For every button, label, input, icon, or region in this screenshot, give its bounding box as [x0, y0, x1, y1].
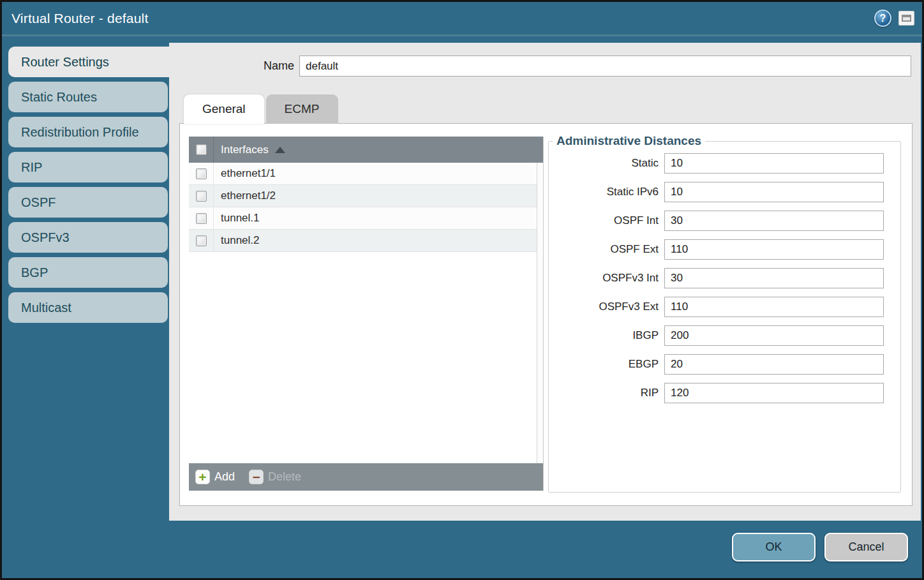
interfaces-column-header[interactable]: Interfaces — [221, 144, 269, 156]
add-plus-icon: + — [195, 470, 210, 484]
ospfv3-ext-label: OSPFv3 Ext — [549, 301, 659, 313]
interface-name: tunnel.2 — [221, 234, 260, 247]
row-checkbox-cell — [189, 185, 214, 207]
admin-field-row: EBGP — [549, 354, 900, 375]
delete-minus-icon: − — [249, 470, 264, 484]
ebgp-label: EBGP — [549, 358, 659, 371]
admin-field-row: IBGP — [549, 325, 900, 346]
row-checkbox-cell — [189, 230, 214, 251]
table-row[interactable]: tunnel.2 — [189, 230, 543, 252]
sidebar-item-multicast[interactable]: Multicast — [8, 292, 168, 323]
titlebar-divider — [2, 34, 922, 36]
admin-field-row: Static IPv6 — [549, 182, 900, 202]
ibgp-label: IBGP — [549, 329, 659, 342]
static-input[interactable] — [664, 153, 884, 174]
ospf-int-label: OSPF Int — [549, 214, 659, 227]
maximize-icon[interactable] — [898, 11, 914, 26]
table-scrollbar[interactable] — [537, 163, 543, 463]
sort-ascending-icon — [275, 147, 285, 153]
static-ipv6-input[interactable] — [664, 182, 884, 202]
ospfv3-ext-input[interactable] — [664, 297, 884, 317]
select-all-cell — [189, 137, 214, 163]
ebgp-input[interactable] — [664, 354, 884, 375]
delete-button[interactable]: − Delete — [249, 470, 301, 484]
ospfv3-int-label: OSPFv3 Int — [549, 272, 659, 285]
interfaces-table-header: Interfaces — [189, 137, 543, 163]
admin-field-row: OSPFv3 Ext — [549, 297, 900, 317]
titlebar: Virtual Router - default ? — [2, 2, 922, 34]
name-input[interactable] — [299, 56, 911, 77]
table-row[interactable]: ethernet1/1 — [189, 163, 543, 185]
select-all-checkbox[interactable] — [196, 144, 207, 155]
tab-general[interactable]: General — [184, 94, 264, 124]
sidebar: Router Settings Static Routes Redistribu… — [8, 47, 175, 327]
row-checkbox-cell — [189, 163, 214, 184]
sidebar-item-rip[interactable]: RIP — [8, 152, 168, 182]
titlebar-icons: ? — [874, 10, 914, 27]
sidebar-item-ospf[interactable]: OSPF — [8, 187, 168, 218]
ospf-int-input[interactable] — [664, 211, 884, 231]
rip-label: RIP — [549, 387, 659, 399]
content-panel: Name General ECMP Interfaces — [169, 43, 921, 521]
sidebar-item-redistribution-profile[interactable]: Redistribution Profile — [8, 117, 168, 147]
static-label: Static — [549, 157, 659, 170]
row-checkbox[interactable] — [196, 235, 207, 246]
ospf-ext-label: OSPF Ext — [549, 243, 659, 256]
row-checkbox[interactable] — [196, 213, 207, 224]
general-tab-panel: Interfaces ethernet1/1 ethernet — [179, 123, 913, 506]
interfaces-table: Interfaces ethernet1/1 ethernet — [189, 137, 544, 491]
admin-field-row: OSPF Ext — [549, 239, 900, 260]
interface-name: ethernet1/2 — [221, 190, 276, 202]
sidebar-item-router-settings[interactable]: Router Settings — [8, 47, 175, 77]
virtual-router-dialog: Virtual Router - default ? Router Settin… — [0, 0, 924, 580]
dialog-buttons: OK Cancel — [732, 533, 908, 561]
table-row[interactable]: tunnel.1 — [189, 207, 543, 230]
delete-button-label: Delete — [268, 470, 301, 484]
dialog-title: Virtual Router - default — [11, 11, 149, 26]
ospf-ext-input[interactable] — [664, 239, 884, 260]
name-label: Name — [169, 59, 294, 73]
admin-field-row: OSPFv3 Int — [549, 268, 900, 288]
cancel-button[interactable]: Cancel — [824, 533, 908, 561]
table-row[interactable]: ethernet1/2 — [189, 185, 543, 207]
ibgp-input[interactable] — [664, 325, 884, 346]
ospfv3-int-input[interactable] — [664, 268, 884, 288]
admin-field-row: OSPF Int — [549, 211, 900, 231]
add-button-label: Add — [214, 470, 235, 484]
ok-button[interactable]: OK — [732, 533, 816, 561]
interface-name: tunnel.1 — [221, 212, 260, 225]
sidebar-item-ospfv3[interactable]: OSPFv3 — [8, 222, 168, 253]
rip-input[interactable] — [664, 383, 884, 403]
row-checkbox-cell — [189, 207, 214, 229]
tab-strip: General ECMP — [184, 94, 338, 124]
name-row: Name — [169, 56, 911, 77]
interfaces-table-footer: + Add − Delete — [189, 463, 543, 491]
static-ipv6-label: Static IPv6 — [549, 186, 659, 198]
add-button[interactable]: + Add — [195, 470, 235, 484]
administrative-distances-group: Administrative Distances Static Static I… — [548, 134, 901, 493]
administrative-distances-title: Administrative Distances — [553, 134, 705, 148]
interface-name: ethernet1/1 — [221, 167, 276, 180]
sidebar-item-bgp[interactable]: BGP — [8, 257, 168, 288]
admin-field-row: RIP — [549, 383, 900, 403]
row-checkbox[interactable] — [196, 168, 207, 179]
help-icon[interactable]: ? — [874, 10, 891, 27]
maximize-icon-glyph — [902, 15, 911, 22]
row-checkbox[interactable] — [196, 191, 207, 202]
tab-ecmp[interactable]: ECMP — [266, 94, 338, 124]
interfaces-table-body: ethernet1/1 ethernet1/2 tunnel.1 — [189, 163, 543, 463]
admin-field-row: Static — [549, 153, 900, 174]
sidebar-item-static-routes[interactable]: Static Routes — [8, 82, 168, 112]
